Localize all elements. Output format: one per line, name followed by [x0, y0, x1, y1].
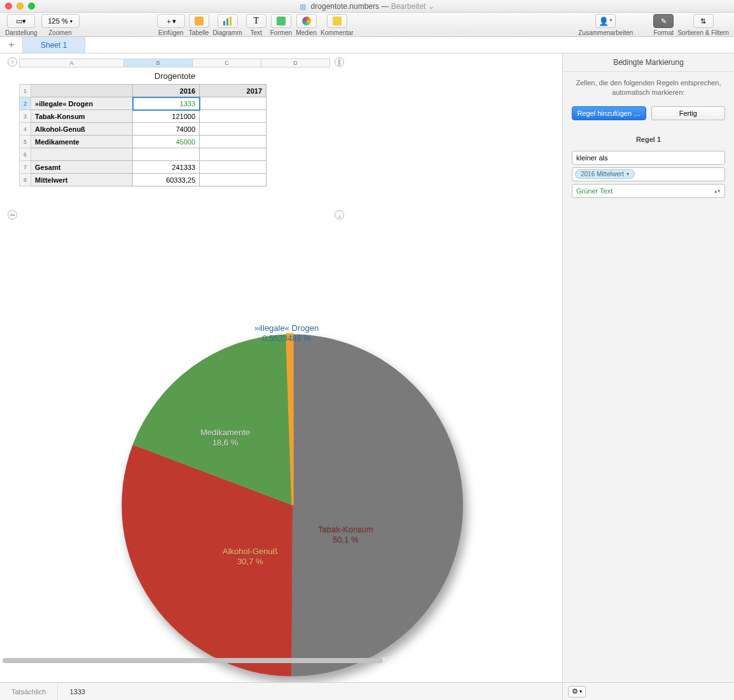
- view-button[interactable]: ▭▾: [7, 14, 35, 28]
- row-header-5[interactable]: 5: [20, 136, 31, 148]
- format-label: Format: [654, 29, 674, 36]
- cell-B7[interactable]: 241333: [133, 161, 200, 174]
- comment-icon: [333, 17, 342, 25]
- cell-C5[interactable]: [200, 136, 267, 148]
- formula-value[interactable]: 1333: [58, 688, 96, 696]
- cell-C8[interactable]: [200, 174, 267, 186]
- window-titlebar: ▥ drogentote.numbers — Bearbeitet ⌄: [0, 0, 734, 13]
- add-sheet-button[interactable]: ＋: [0, 37, 23, 53]
- svg-rect-1: [226, 18, 228, 25]
- cell-C7[interactable]: [200, 161, 267, 174]
- done-button[interactable]: Fertig: [651, 106, 726, 120]
- person-add-icon: 👤⁺: [599, 17, 613, 26]
- layout-icon: ▭▾: [16, 17, 26, 25]
- chevron-down-icon: ▾: [579, 689, 582, 694]
- collaborate-label: Zusammenarbeiten: [578, 29, 633, 36]
- table-handle-topright[interactable]: ‖: [335, 57, 344, 67]
- cell-A8[interactable]: Mittelwert: [31, 174, 133, 186]
- sort-icon: ⇅: [700, 17, 706, 25]
- cell-B6[interactable]: [133, 148, 200, 161]
- cell-A6[interactable]: [31, 148, 133, 161]
- col-header-A[interactable]: A: [19, 59, 124, 67]
- add-rule-button[interactable]: Regel hinzufügen …: [572, 106, 646, 120]
- window-minimize-button[interactable]: [17, 3, 24, 10]
- media-icon: [302, 17, 311, 25]
- plus-icon: ＋▾: [165, 17, 176, 26]
- cell-A5[interactable]: Medikamente: [31, 136, 133, 148]
- shapes-button[interactable]: [271, 14, 291, 28]
- reference-token[interactable]: 2016 Mittelwert▾: [575, 169, 635, 179]
- status-bar: Tatsächlich 1333: [0, 682, 562, 700]
- value-token-field[interactable]: 2016 Mittelwert▾: [572, 167, 725, 181]
- cell-B4[interactable]: 74000: [133, 123, 200, 136]
- sort-filter-button[interactable]: ⇅: [693, 14, 714, 28]
- media-button[interactable]: [296, 14, 317, 28]
- format-button[interactable]: ✎: [653, 14, 674, 28]
- window-close-button[interactable]: [5, 3, 12, 10]
- shapes-label: Formen: [270, 29, 292, 36]
- comment-button[interactable]: [327, 14, 347, 28]
- table-handle-topleft[interactable]: ○: [8, 57, 17, 67]
- chevron-down-icon[interactable]: ⌄: [428, 2, 434, 11]
- header-2016[interactable]: 2016: [133, 85, 200, 97]
- format-select[interactable]: Grüner Text ▴▾: [572, 184, 725, 198]
- cell-B5[interactable]: 45000: [133, 136, 200, 148]
- col-header-D[interactable]: D: [261, 59, 330, 67]
- row-header-6[interactable]: 6: [20, 148, 31, 161]
- text-icon: T: [253, 16, 259, 26]
- format-sidebar: Bedingte Markierung Zellen, die den folg…: [562, 53, 734, 682]
- cell-B8[interactable]: 60333,25: [133, 174, 200, 186]
- insert-button[interactable]: ＋▾: [157, 14, 185, 28]
- pie-chart-svg: [114, 327, 471, 683]
- cell-C2[interactable]: [200, 97, 267, 110]
- cell-C6[interactable]: [200, 148, 267, 161]
- label-illegale: »illegale« Drogen 0,5523488 %: [254, 323, 319, 344]
- main-toolbar: ▭▾ Darstellung 125 %▾ Zoomen ＋▾ Einfügen…: [0, 13, 734, 37]
- cell-C4[interactable]: [200, 123, 267, 136]
- collaborate-button[interactable]: 👤⁺: [595, 14, 616, 28]
- media-label: Medien: [296, 29, 317, 36]
- zoom-select[interactable]: 125 %▾: [41, 14, 80, 28]
- cell-A3[interactable]: Tabak-Konsum: [31, 110, 133, 123]
- col-header-C[interactable]: C: [193, 59, 261, 67]
- gear-menu-button[interactable]: ⚙▾: [568, 686, 586, 697]
- row-header-7[interactable]: 7: [20, 161, 31, 174]
- header-2017[interactable]: 2017: [200, 85, 267, 97]
- condition-input[interactable]: [572, 151, 725, 165]
- label-tabak: Tabak-Konsum 50,1 %: [318, 524, 373, 545]
- table-handle-bottomright[interactable]: ⌟: [335, 210, 344, 220]
- shape-icon: [277, 17, 286, 25]
- sheet-tab-1[interactable]: Sheet 1: [23, 37, 85, 53]
- row-header-4[interactable]: 4: [20, 123, 31, 136]
- row-header-2[interactable]: 2: [20, 97, 31, 110]
- svg-rect-2: [230, 17, 232, 25]
- sidebar-title: Bedingte Markierung: [563, 53, 734, 72]
- chart-button[interactable]: [218, 14, 238, 28]
- col-header-B[interactable]: B: [124, 59, 193, 67]
- row-header-3[interactable]: 3: [20, 110, 31, 123]
- cell-C3[interactable]: [200, 110, 267, 123]
- row-header-1[interactable]: 1: [20, 85, 31, 97]
- rule-1-title: Regel 1: [563, 129, 734, 148]
- cell-A2[interactable]: »illegale« Drogen: [31, 97, 133, 110]
- cell-A4[interactable]: Alkohol-Genuß: [31, 123, 133, 136]
- spreadsheet-canvas[interactable]: ○ A B C D ‖ Drogentote 1 2016 2017 2 »il…: [0, 53, 562, 682]
- header-empty[interactable]: [31, 85, 133, 97]
- table-button[interactable]: [189, 14, 209, 28]
- svg-rect-0: [223, 21, 225, 25]
- sidebar-description: Zellen, die den folgenden Regeln entspre…: [563, 72, 734, 104]
- pie-chart[interactable]: »illegale« Drogen 0,5523488 % Tabak-Kons…: [114, 327, 471, 683]
- cell-B3[interactable]: 121000: [133, 110, 200, 123]
- chevron-up-down-icon: ▴▾: [714, 188, 721, 194]
- cell-B2-selected[interactable]: 1333: [133, 97, 200, 110]
- table-title[interactable]: Drogentote: [19, 71, 331, 81]
- row-header-8[interactable]: 8: [20, 174, 31, 186]
- horizontal-scrollbar[interactable]: [3, 658, 387, 663]
- comment-label: Kommentar: [321, 29, 354, 36]
- window-maximize-button[interactable]: [28, 3, 35, 10]
- chart-label: Diagramm: [213, 29, 242, 36]
- footer-mode-tab[interactable]: Tatsächlich: [0, 683, 58, 700]
- text-button[interactable]: T: [246, 14, 267, 28]
- table-handle-bottomleft[interactable]: ═: [8, 210, 17, 220]
- cell-A7[interactable]: Gesamt: [31, 161, 133, 174]
